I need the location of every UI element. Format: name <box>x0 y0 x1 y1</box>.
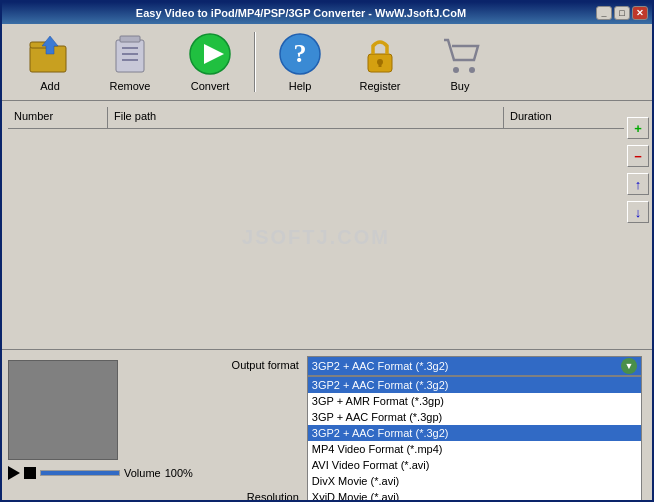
toolbar: Add Remove <box>2 24 652 101</box>
column-duration: Duration <box>504 107 624 128</box>
settings-area: Output format 3GP2 + AAC Format (*.3g2) … <box>203 356 646 498</box>
output-format-row: Output format 3GP2 + AAC Format (*.3g2) … <box>207 356 642 384</box>
play-button[interactable] <box>8 466 20 480</box>
volume-value: 100% <box>165 467 193 479</box>
watermark-text: JSOFTJ.COM <box>242 226 390 249</box>
close-button[interactable]: ✕ <box>632 6 648 20</box>
svg-rect-4 <box>120 36 140 42</box>
content-wrapper: Add Remove <box>2 24 652 502</box>
toolbar-add[interactable]: Add <box>10 28 90 96</box>
svg-point-16 <box>469 67 475 73</box>
buy-label: Buy <box>451 80 470 92</box>
remove-icon <box>108 32 152 76</box>
title-bar: Easy Video to iPod/MP4/PSP/3GP Converter… <box>2 2 652 24</box>
dropdown-selected-value[interactable]: 3GP2 + AAC Format (*.3g2) ▼ <box>307 356 642 376</box>
dropdown-item-5[interactable]: AVI Video Format (*.avi) <box>308 457 641 473</box>
move-up-button[interactable]: ↑ <box>627 173 649 195</box>
main-window: Easy Video to iPod/MP4/PSP/3GP Converter… <box>0 0 654 502</box>
register-label: Register <box>360 80 401 92</box>
help-icon: ? <box>278 32 322 76</box>
convert-icon <box>188 32 232 76</box>
bottom-panel: Volume 100% Output format 3GP2 + AAC For… <box>2 349 652 502</box>
toolbar-help[interactable]: ? Help <box>260 28 340 96</box>
buy-icon <box>438 32 482 76</box>
register-icon <box>358 32 402 76</box>
list-and-sidebar: Number File path Duration JSOFTJ.COM + −… <box>2 101 652 349</box>
help-label: Help <box>289 80 312 92</box>
file-list-section: Number File path Duration JSOFTJ.COM <box>8 107 624 345</box>
column-filepath: File path <box>108 107 504 128</box>
svg-point-15 <box>453 67 459 73</box>
add-item-button[interactable]: + <box>627 117 649 139</box>
svg-rect-14 <box>379 62 382 67</box>
stop-button[interactable] <box>24 467 36 479</box>
dropdown-item-7[interactable]: XviD Movie (*.avi) <box>308 489 641 502</box>
output-format-dropdown[interactable]: 3GP2 + AAC Format (*.3g2) ▼ 3GP2 + AAC F… <box>307 356 642 376</box>
column-number: Number <box>8 107 108 128</box>
output-format-label: Output format <box>207 356 307 371</box>
toolbar-remove[interactable]: Remove <box>90 28 170 96</box>
add-icon <box>28 32 72 76</box>
title-bar-buttons: _ □ ✕ <box>596 6 648 20</box>
dropdown-item-0[interactable]: 3GP2 + AAC Format (*.3g2) <box>308 377 641 393</box>
preview-and-settings: Volume 100% Output format 3GP2 + AAC For… <box>2 350 652 502</box>
dropdown-arrow-icon[interactable]: ▼ <box>621 358 637 374</box>
volume-track[interactable] <box>40 470 120 476</box>
playback-row: Volume 100% <box>8 466 193 480</box>
preview-area <box>8 360 118 460</box>
toolbar-convert[interactable]: Convert <box>170 28 250 96</box>
volume-fill <box>41 471 119 475</box>
toolbar-separator <box>254 32 256 92</box>
add-label: Add <box>40 80 60 92</box>
toolbar-register[interactable]: Register <box>340 28 420 96</box>
file-list-body[interactable]: JSOFTJ.COM <box>8 129 624 345</box>
remove-item-button[interactable]: − <box>627 145 649 167</box>
right-sidebar: + − ↑ ↓ <box>624 107 652 349</box>
resolution-label: Resolution <box>207 488 307 502</box>
dropdown-list[interactable]: 3GP2 + AAC Format (*.3g2) 3GP + AMR Form… <box>307 376 642 502</box>
svg-text:?: ? <box>294 39 307 68</box>
svg-rect-3 <box>116 40 144 72</box>
volume-label: Volume <box>124 467 161 479</box>
dropdown-item-1[interactable]: 3GP + AMR Format (*.3gp) <box>308 393 641 409</box>
dropdown-item-2[interactable]: 3GP + AAC Format (*.3gp) <box>308 409 641 425</box>
dropdown-item-3[interactable]: 3GP2 + AAC Format (*.3g2) <box>308 425 641 441</box>
maximize-button[interactable]: □ <box>614 6 630 20</box>
file-list-header: Number File path Duration <box>8 107 624 129</box>
preview-col: Volume 100% <box>8 356 193 498</box>
remove-label: Remove <box>110 80 151 92</box>
move-down-button[interactable]: ↓ <box>627 201 649 223</box>
dropdown-item-6[interactable]: DivX Movie (*.avi) <box>308 473 641 489</box>
convert-label: Convert <box>191 80 230 92</box>
window-title: Easy Video to iPod/MP4/PSP/3GP Converter… <box>6 7 596 19</box>
dropdown-item-4[interactable]: MP4 Video Format (*.mp4) <box>308 441 641 457</box>
output-format-control: 3GP2 + AAC Format (*.3g2) ▼ 3GP2 + AAC F… <box>307 356 642 376</box>
toolbar-buy[interactable]: Buy <box>420 28 500 96</box>
selected-text: 3GP2 + AAC Format (*.3g2) <box>312 360 449 372</box>
minimize-button[interactable]: _ <box>596 6 612 20</box>
